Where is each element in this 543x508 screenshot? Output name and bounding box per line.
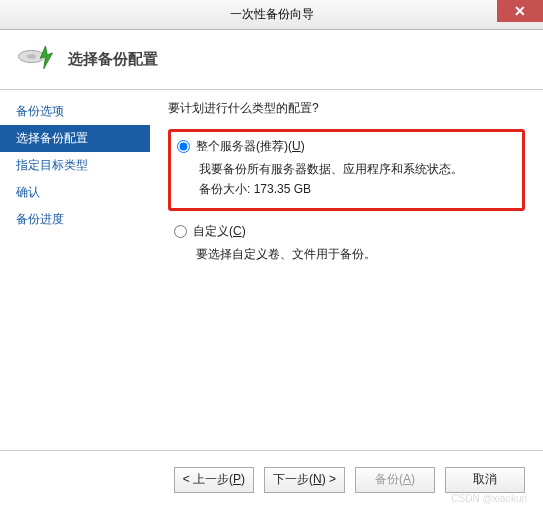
- radio-label-full-server: 整个服务器(推荐)(U): [196, 138, 305, 155]
- sidebar-item-backup-progress[interactable]: 备份进度: [0, 206, 150, 233]
- sidebar-item-select-backup-config[interactable]: 选择备份配置: [0, 125, 150, 152]
- cancel-button[interactable]: 取消: [445, 467, 525, 493]
- wizard-steps-sidebar: 备份选项 选择备份配置 指定目标类型 确认 备份进度: [0, 90, 150, 440]
- svg-point-1: [27, 54, 36, 58]
- close-button[interactable]: ✕: [497, 0, 543, 22]
- config-prompt: 要计划进行什么类型的配置?: [168, 100, 525, 117]
- wizard-footer: < 上一步(P) 下一步(N) > 备份(A) 取消: [0, 450, 543, 508]
- sidebar-item-confirm[interactable]: 确认: [0, 179, 150, 206]
- option-full-server: 整个服务器(推荐)(U) 我要备份所有服务器数据、应用程序和系统状态。 备份大小…: [168, 129, 525, 211]
- option-custom: 自定义(C) 要选择自定义卷、文件用于备份。: [168, 217, 525, 272]
- backup-button: 备份(A): [355, 467, 435, 493]
- option-desc-full-server-2: 备份大小: 173.35 GB: [199, 179, 516, 199]
- sidebar-item-specify-dest-type[interactable]: 指定目标类型: [0, 152, 150, 179]
- option-desc-full-server-1: 我要备份所有服务器数据、应用程序和系统状态。: [199, 159, 516, 179]
- radio-label-custom: 自定义(C): [193, 223, 246, 240]
- sidebar-item-backup-options[interactable]: 备份选项: [0, 98, 150, 125]
- wizard-header: 选择备份配置: [0, 30, 543, 90]
- radio-row-full-server[interactable]: 整个服务器(推荐)(U): [177, 138, 516, 155]
- close-icon: ✕: [514, 3, 526, 19]
- next-button[interactable]: 下一步(N) >: [264, 467, 345, 493]
- radio-row-custom[interactable]: 自定义(C): [174, 223, 519, 240]
- radio-custom[interactable]: [174, 225, 187, 238]
- page-title: 选择备份配置: [68, 50, 158, 69]
- content-area: 备份选项 选择备份配置 指定目标类型 确认 备份进度 要计划进行什么类型的配置?…: [0, 90, 543, 440]
- back-button[interactable]: < 上一步(P): [174, 467, 254, 493]
- titlebar: 一次性备份向导 ✕: [0, 0, 543, 30]
- option-desc-custom-1: 要选择自定义卷、文件用于备份。: [196, 244, 519, 264]
- window-title: 一次性备份向导: [230, 6, 314, 23]
- backup-icon: [14, 39, 56, 81]
- radio-full-server[interactable]: [177, 140, 190, 153]
- main-panel: 要计划进行什么类型的配置? 整个服务器(推荐)(U) 我要备份所有服务器数据、应…: [150, 90, 543, 440]
